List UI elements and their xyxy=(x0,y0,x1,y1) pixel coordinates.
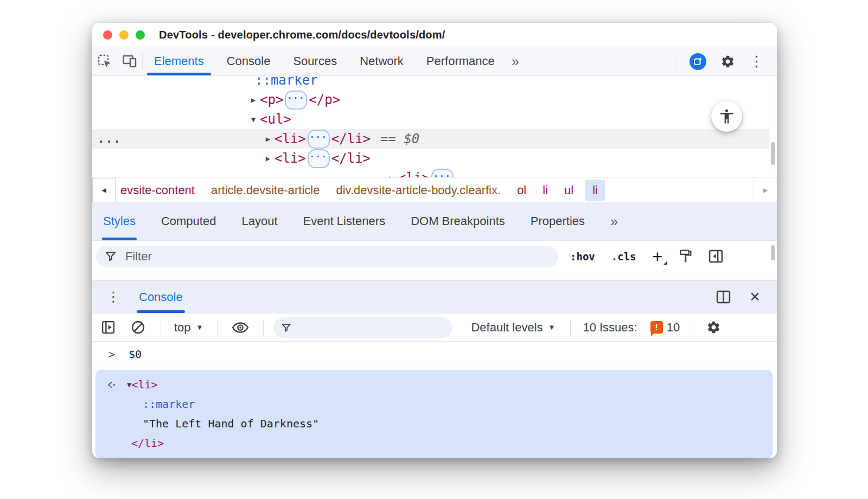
tab-network[interactable]: Network xyxy=(351,47,412,75)
panel-gap xyxy=(92,272,777,280)
issues-counter[interactable]: 10 Issues: ! 10 xyxy=(583,321,680,335)
console-input-echo[interactable]: > $0 xyxy=(92,342,777,367)
inspect-element-button[interactable] xyxy=(92,47,117,75)
tab-performance[interactable]: Performance xyxy=(418,47,503,75)
ellipsis-expand-button[interactable]: ··· xyxy=(308,130,330,149)
breadcrumb-item[interactable]: article.devsite-article xyxy=(211,183,320,197)
javascript-context-dropdown[interactable]: top ▼ xyxy=(174,321,203,335)
console-messages: > $0 ▼ <li> ::marker "The Left Hand of D… xyxy=(92,342,777,458)
settings-button[interactable] xyxy=(720,54,735,69)
pseudo-element-label: ::marker xyxy=(255,76,318,88)
tab-computed[interactable]: Computed xyxy=(161,202,216,240)
styles-scrollbar-thumb[interactable] xyxy=(771,245,775,260)
breadcrumb-scroll-left-button[interactable]: ◂ xyxy=(92,178,116,202)
dom-row-ul[interactable]: ▼<ul> xyxy=(92,110,777,129)
zoom-window-button[interactable] xyxy=(136,30,145,40)
dock-sidebar-button[interactable] xyxy=(709,250,723,263)
tab-styles[interactable]: Styles xyxy=(103,202,136,240)
console-result-selected[interactable]: ▼ <li> ::marker "The Left Hand of Darkne… xyxy=(95,370,773,458)
prompt-chevron-icon: > xyxy=(108,348,115,361)
show-console-sidebar-button[interactable] xyxy=(101,320,116,335)
toggle-classes-button[interactable]: .cls xyxy=(611,251,636,263)
console-filter-input[interactable] xyxy=(298,321,445,334)
breadcrumb-item[interactable]: ol xyxy=(517,183,526,197)
close-drawer-button[interactable]: ✕ xyxy=(749,290,761,304)
tab-layout[interactable]: Layout xyxy=(241,202,277,240)
window-controls xyxy=(92,30,145,40)
elements-scrollbar-thumb[interactable] xyxy=(771,142,775,165)
titlebar: DevTools - developer.chrome.com/docs/dev… xyxy=(92,23,777,47)
more-sidebar-tabs-button[interactable]: » xyxy=(610,202,619,240)
toolbar-divider xyxy=(142,53,143,69)
issues-label: 10 Issues: xyxy=(583,321,637,335)
ellipsis-expand-button[interactable]: ··· xyxy=(431,169,454,178)
close-icon: ✕ xyxy=(749,289,761,304)
kebab-menu-icon: ⋮ xyxy=(749,53,764,69)
devtools-window: DevTools - developer.chrome.com/docs/dev… xyxy=(92,23,777,458)
kebab-menu-button[interactable]: ⋮ xyxy=(749,54,764,69)
rendering-emulation-button[interactable] xyxy=(679,249,692,264)
drawer-menu-button[interactable]: ⋮ xyxy=(106,281,120,313)
dom-rows: ::marker ▶<p>···</p> ▼<ul> ... ▶<li>···<… xyxy=(92,76,777,177)
breadcrumb-item[interactable]: div.devsite-article-body.clearfix. xyxy=(336,183,501,197)
toggle-hover-state-button[interactable]: :hov xyxy=(570,251,595,263)
live-expression-button[interactable] xyxy=(232,321,249,334)
chevron-right-icon[interactable]: ▶ xyxy=(261,154,275,163)
paint-roller-icon xyxy=(679,249,692,264)
styles-filter-input[interactable] xyxy=(124,249,550,264)
elements-scrollbar[interactable] xyxy=(769,76,777,177)
new-style-rule-button[interactable]: + xyxy=(653,248,663,265)
filter-funnel-icon xyxy=(105,250,117,263)
window-title: DevTools - developer.chrome.com/docs/dev… xyxy=(159,29,445,41)
tab-elements[interactable]: Elements xyxy=(145,47,213,75)
chevron-right-icon[interactable]: ▶ xyxy=(385,174,398,177)
dom-row-clipped[interactable]: ▶<li>··· xyxy=(92,168,777,177)
tab-event-listeners[interactable]: Event Listeners xyxy=(303,202,386,240)
main-toolbar: Elements Console Sources Network Perform… xyxy=(92,47,777,76)
ai-assistance-icon xyxy=(693,57,703,66)
tab-dom-breakpoints[interactable]: DOM Breakpoints xyxy=(411,202,505,240)
console-settings-button[interactable] xyxy=(706,320,721,335)
ellipsis-expand-button[interactable]: ··· xyxy=(285,91,307,110)
split-panel-button[interactable] xyxy=(716,290,731,304)
chevron-right-icon[interactable]: ▶ xyxy=(261,135,275,143)
dom-row-marker[interactable]: ::marker xyxy=(92,76,777,90)
breadcrumb-item[interactable]: evsite-content xyxy=(120,183,195,197)
tab-sources[interactable]: Sources xyxy=(284,47,346,75)
chevron-down-icon[interactable]: ▼ xyxy=(127,380,131,389)
breadcrumb-item[interactable]: li xyxy=(542,183,548,197)
row-overflow-dots[interactable]: ... xyxy=(98,129,122,149)
accessibility-overlay-button[interactable] xyxy=(711,101,742,132)
chevron-right-icon: ▸ xyxy=(763,184,768,196)
toolbar-divider xyxy=(693,319,693,336)
breadcrumb-item[interactable]: ul xyxy=(564,183,573,197)
console-filter-field[interactable] xyxy=(273,317,452,338)
chevron-down-icon[interactable]: ▼ xyxy=(247,115,260,124)
caret-down-icon: ▼ xyxy=(196,323,203,331)
ai-assistance-button[interactable] xyxy=(690,53,706,70)
dom-row-p[interactable]: ▶<p>···</p> xyxy=(92,90,777,110)
log-levels-dropdown[interactable]: Default levels ▼ xyxy=(471,321,555,335)
settings-gear-icon xyxy=(720,54,735,69)
breadcrumb-scroll-right-button[interactable]: ▸ xyxy=(754,178,777,202)
more-tabs-button[interactable]: » xyxy=(506,47,526,75)
close-window-button[interactable] xyxy=(103,30,112,40)
dom-row-li[interactable]: ▶<li>···</li> xyxy=(92,149,777,168)
minimize-window-button[interactable] xyxy=(119,30,129,40)
tab-properties[interactable]: Properties xyxy=(531,202,585,240)
styles-toolbar-buttons: :hov .cls + xyxy=(570,248,723,265)
toolbar-divider xyxy=(570,319,571,336)
drawer-tab-console[interactable]: Console xyxy=(137,281,185,313)
dom-row-li-selected[interactable]: ... ▶<li>···</li>== $0 xyxy=(92,129,777,149)
tab-console[interactable]: Console xyxy=(218,47,279,75)
console-sidebar-icon xyxy=(101,320,116,335)
chevron-right-icon[interactable]: ▶ xyxy=(247,95,260,104)
device-toolbar-button[interactable] xyxy=(117,47,142,75)
ellipsis-expand-button[interactable]: ··· xyxy=(308,149,330,168)
clear-console-button[interactable] xyxy=(131,320,145,335)
chevron-double-icon: » xyxy=(512,54,520,69)
toolbar-right-actions: ⋮ xyxy=(675,47,777,75)
breadcrumb-item-selected[interactable]: li xyxy=(585,180,605,201)
result-line-close: </li> xyxy=(95,433,773,453)
styles-filter-field[interactable] xyxy=(96,246,558,267)
